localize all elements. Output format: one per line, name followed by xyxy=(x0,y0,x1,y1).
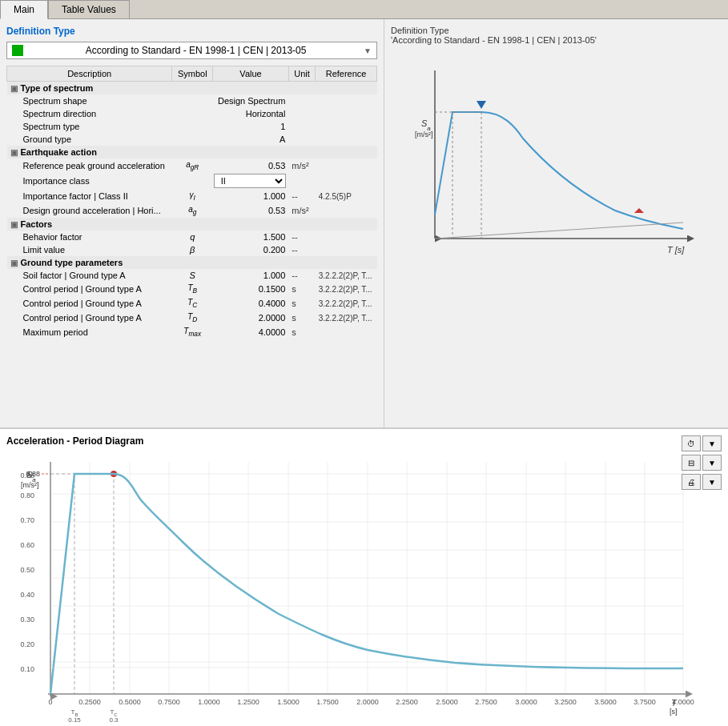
row-desc: Importance class xyxy=(7,173,172,189)
svg-marker-5 xyxy=(477,101,486,109)
svg-marker-6 xyxy=(634,208,644,213)
tab-table-values[interactable]: Table Values xyxy=(48,0,130,18)
svg-text:0.2500: 0.2500 xyxy=(78,698,101,706)
row-symbol: β xyxy=(172,243,213,256)
row-unit: s xyxy=(288,282,315,296)
row-symbol: Tmax xyxy=(172,325,213,339)
row-desc: Spectrum shape xyxy=(7,94,172,107)
row-symbol xyxy=(172,173,213,189)
section-label: Type of spectrum xyxy=(21,83,94,93)
col-unit: Unit xyxy=(288,66,315,82)
table-row: Spectrum shape Design Spectrum xyxy=(7,94,377,107)
table-row: Maximum period Tmax 4.0000 s xyxy=(7,325,377,339)
top-section: Definition Type According to Standard - … xyxy=(0,19,728,427)
row-ref xyxy=(316,203,377,218)
row-unit xyxy=(288,173,315,189)
section-label: Ground type parameters xyxy=(21,258,123,267)
table-row: Behavior factor q 1.500 -- xyxy=(7,231,377,243)
row-ref xyxy=(316,243,377,256)
svg-text:4.0000: 4.0000 xyxy=(672,698,694,706)
row-value: 0.53 xyxy=(213,158,289,173)
row-value: 1.000 xyxy=(213,269,289,282)
row-ref xyxy=(316,158,377,173)
section-label: Factors xyxy=(21,219,53,229)
table-row: Reference peak ground acceleration agR 0… xyxy=(7,158,377,173)
table-row: Control period | Ground type A TC 0.4000… xyxy=(7,296,377,311)
row-value: 0.1500 xyxy=(213,282,289,296)
row-symbol: TC xyxy=(172,296,213,311)
importance-class-cell: II I III IV xyxy=(213,173,289,189)
section-header-ground[interactable]: ▣Ground type parameters xyxy=(7,256,377,269)
axes-dropdown[interactable]: ▼ xyxy=(702,455,722,471)
data-table: Description Symbol Value Unit Reference … xyxy=(6,66,377,339)
section-header-type-of-spectrum[interactable]: ▣Type of spectrum xyxy=(7,82,377,95)
row-desc: Behavior factor xyxy=(7,231,172,243)
definition-type-section: Definition Type According to Standard - … xyxy=(6,26,377,59)
table-row: Spectrum type 1 xyxy=(7,120,377,133)
chevron-down-icon: ▼ xyxy=(364,46,372,55)
clock-dropdown[interactable]: ▼ xyxy=(702,435,722,451)
row-ref: 3.2.2.2(2)P, T... xyxy=(316,282,377,296)
row-desc: Limit value xyxy=(7,243,172,256)
row-value: Design Spectrum xyxy=(213,94,289,107)
table-row: Soil factor | Ground type A S 1.000 -- 3… xyxy=(7,269,377,282)
svg-text:[m/s²]: [m/s²] xyxy=(21,481,39,489)
expand-icon: ▣ xyxy=(10,259,18,267)
row-ref: 3.2.2.2(2)P, T... xyxy=(316,311,377,325)
bottom-section: Acceleration - Period Diagram ⏱ ▼ ⊟ ▼ 🖨 … xyxy=(0,427,728,726)
row-symbol: q xyxy=(172,231,213,243)
row-value: Horizontal xyxy=(213,107,289,120)
svg-text:2.7500: 2.7500 xyxy=(475,698,497,706)
svg-text:0.3: 0.3 xyxy=(109,716,119,724)
col-description: Description xyxy=(7,66,172,82)
svg-text:0.60: 0.60 xyxy=(20,541,34,549)
dropdown-value: According to Standard - EN 1998-1 | CEN … xyxy=(86,45,307,56)
svg-text:3.7500: 3.7500 xyxy=(633,698,656,706)
row-desc: Spectrum type xyxy=(7,120,172,133)
svg-text:[s]: [s] xyxy=(670,708,678,716)
row-symbol: agR xyxy=(172,158,213,173)
row-value: 0.53 xyxy=(213,203,289,218)
clock-tool-button[interactable]: ⏱ xyxy=(682,435,701,451)
right-panel: Definition Type 'According to Standard -… xyxy=(384,19,728,427)
row-ref xyxy=(316,120,377,133)
row-symbol xyxy=(172,133,213,146)
row-desc: Maximum period xyxy=(7,325,172,339)
row-desc: Control period | Ground type A xyxy=(7,296,172,311)
row-unit xyxy=(288,107,315,120)
row-ref xyxy=(316,231,377,243)
section-header-factors[interactable]: ▣Factors xyxy=(7,218,377,231)
table-row: Control period | Ground type A TB 0.1500… xyxy=(7,282,377,296)
importance-class-select[interactable]: II I III IV xyxy=(214,174,286,188)
axes-tool-button[interactable]: ⊟ xyxy=(682,455,701,471)
row-unit: -- xyxy=(288,189,315,203)
row-ref xyxy=(316,325,377,339)
svg-text:3.0000: 3.0000 xyxy=(515,698,537,706)
print-dropdown[interactable]: ▼ xyxy=(702,474,722,490)
svg-text:1.2500: 1.2500 xyxy=(237,698,259,706)
section-header-earthquake[interactable]: ▣Earthquake action xyxy=(7,146,377,158)
svg-line-10 xyxy=(435,223,683,239)
row-desc: Ground type xyxy=(7,133,172,146)
svg-text:3.5000: 3.5000 xyxy=(594,698,617,706)
row-value: 4.0000 xyxy=(213,325,289,339)
table-row: Ground type A xyxy=(7,133,377,146)
col-reference: Reference xyxy=(316,66,377,82)
svg-text:0.80: 0.80 xyxy=(20,491,34,499)
row-desc: Soil factor | Ground type A xyxy=(7,269,172,282)
svg-text:0.30: 0.30 xyxy=(20,616,34,624)
row-desc: Importance factor | Class II xyxy=(7,189,172,203)
print-tool-button[interactable]: 🖨 xyxy=(682,474,701,490)
svg-text:0.40: 0.40 xyxy=(20,591,34,599)
row-unit: -- xyxy=(288,231,315,243)
svg-text:2.0000: 2.0000 xyxy=(356,698,379,706)
row-value: 1.000 xyxy=(213,189,289,203)
table-row: Design ground acceleration | Hori... ag … xyxy=(7,203,377,218)
standard-dropdown[interactable]: According to Standard - EN 1998-1 | CEN … xyxy=(6,42,377,59)
svg-text:3.2500: 3.2500 xyxy=(554,698,577,706)
row-value: 2.0000 xyxy=(213,311,289,325)
section-label: Earthquake action xyxy=(21,147,97,157)
expand-icon: ▣ xyxy=(10,84,18,93)
row-desc: Reference peak ground acceleration xyxy=(7,158,172,173)
tab-main[interactable]: Main xyxy=(0,0,48,19)
